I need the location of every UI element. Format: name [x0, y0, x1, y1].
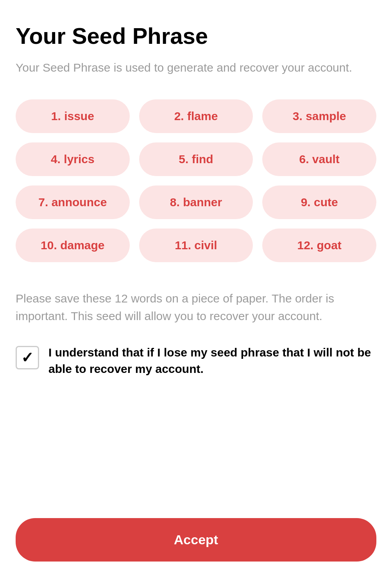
checkbox-row[interactable]: ✓ I understand that if I lose my seed ph… — [16, 344, 376, 377]
seed-chip-11: 11. civil — [139, 229, 253, 262]
seed-chip-12: 12. goat — [262, 229, 376, 262]
seed-chip-label-2: 2. flame — [174, 110, 218, 123]
seed-chip-4: 4. lyrics — [16, 142, 130, 176]
seed-chip-8: 8. banner — [139, 185, 253, 219]
seed-chip-label-6: 6. vault — [299, 153, 339, 166]
page-subtitle: Your Seed Phrase is used to generate and… — [16, 59, 376, 76]
seed-chip-label-5: 5. find — [179, 153, 213, 166]
seed-chip-7: 7. announce — [16, 185, 130, 219]
seed-chip-2: 2. flame — [139, 99, 253, 133]
seed-chip-9: 9. cute — [262, 185, 376, 219]
seed-chip-10: 10. damage — [16, 229, 130, 262]
seed-chip-label-10: 10. damage — [41, 239, 104, 252]
seed-chip-5: 5. find — [139, 142, 253, 176]
seed-chip-label-12: 12. goat — [297, 239, 341, 252]
page-title: Your Seed Phrase — [16, 23, 376, 49]
seed-chip-label-9: 9. cute — [301, 196, 338, 209]
seed-chip-label-7: 7. announce — [38, 196, 107, 209]
seed-chip-1: 1. issue — [16, 99, 130, 133]
checkmark-icon: ✓ — [21, 350, 34, 365]
accept-button[interactable]: Accept — [16, 518, 376, 562]
seed-chip-label-4: 4. lyrics — [51, 153, 95, 166]
seed-chip-6: 6. vault — [262, 142, 376, 176]
seed-phrase-grid: 1. issue2. flame3. sample4. lyrics5. fin… — [16, 99, 376, 262]
seed-chip-label-1: 1. issue — [51, 110, 94, 123]
seed-chip-label-8: 8. banner — [170, 196, 222, 209]
checkbox-label: I understand that if I lose my seed phra… — [48, 344, 376, 377]
seed-chip-label-3: 3. sample — [293, 110, 346, 123]
seed-chip-3: 3. sample — [262, 99, 376, 133]
seed-chip-label-11: 11. civil — [175, 239, 217, 252]
understand-checkbox[interactable]: ✓ — [16, 346, 39, 369]
warning-text: Please save these 12 words on a piece of… — [16, 290, 376, 325]
